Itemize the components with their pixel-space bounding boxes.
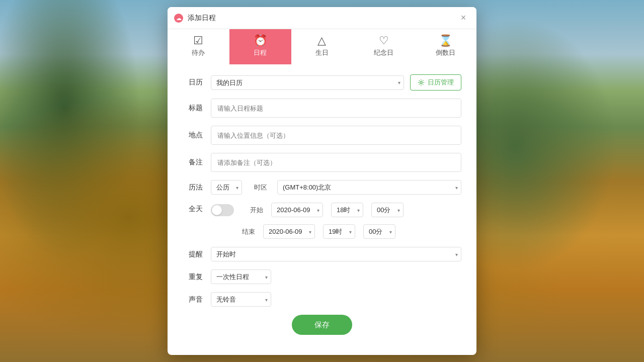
anniversary-icon: ♡ [379,35,389,46]
repeat-control: 一次性日程 每天 每周 每月 每年 [211,269,461,284]
add-schedule-dialog: ☁ 添加日程 × ☑ 待办 ⏰ 日程 △ 生日 ♡ 纪念日 [168,7,476,355]
repeat-row: 重复 一次性日程 每天 每周 每月 每年 [183,269,461,284]
tab-bar: ☑ 待办 ⏰ 日程 △ 生日 ♡ 纪念日 ⌛ 倒数日 [168,29,476,64]
notes-control [211,153,461,172]
allday-time-row: 全天 开始 2020-06-09 [183,203,461,239]
app-icon: ☁ [174,13,184,23]
allday-label: 全天 [183,203,203,214]
reminder-row: 提醒 开始时 5分钟前 10分钟前 15分钟前 30分钟前 1小时前 [183,247,461,261]
tab-todo[interactable]: ☑ 待办 [168,29,229,64]
timezone-label: 时区 [254,183,267,192]
timezone-select-wrap[interactable]: (GMT+8:00)北京 [277,180,461,195]
end-min-select[interactable]: 00分 15分30分45分 [363,224,395,239]
location-control [211,126,461,145]
tab-schedule-label: 日程 [254,48,267,57]
start-date-select-wrap[interactable]: 2020-06-09 [271,203,323,217]
calendar-row: 日历 我的日历 日历管理 [183,74,461,90]
end-label: 结束 [242,227,255,236]
end-date-select-wrap[interactable]: 2020-06-09 [263,224,315,239]
tab-birthday-label: 生日 [315,48,329,57]
notes-input[interactable] [211,153,461,172]
calendar-select[interactable]: 我的日历 [211,75,404,90]
sound-row: 声音 无铃音 默认 [183,292,461,307]
toggle-knob [212,205,222,215]
caltype-select-wrap[interactable]: 公历 农历 [211,180,242,195]
location-input[interactable] [211,126,461,145]
tab-todo-label: 待办 [192,48,205,57]
calendar-mgmt-label: 日历管理 [428,78,454,87]
tab-anniversary[interactable]: ♡ 纪念日 [353,29,415,64]
dialog-titlebar: ☁ 添加日程 × [168,7,476,29]
dialog-overlay: ☁ 添加日程 × ☑ 待办 ⏰ 日程 △ 生日 ♡ 纪念日 [0,0,644,362]
repeat-select[interactable]: 一次性日程 每天 每周 每月 每年 [211,269,271,284]
start-hour-select[interactable]: 18时 0时1时2时 3时4时5时 6时7时8时 9时10时11时 12时13时… [331,203,363,217]
notes-row: 备注 [183,153,461,172]
caltype-label: 历法 [183,183,203,192]
save-button[interactable]: 保存 [292,315,352,335]
schedule-icon: ⏰ [254,35,267,46]
allday-toggle[interactable] [211,204,234,216]
reminder-select[interactable]: 开始时 5分钟前 10分钟前 15分钟前 30分钟前 1小时前 [211,247,461,261]
title-input[interactable] [211,99,461,118]
reminder-control: 开始时 5分钟前 10分钟前 15分钟前 30分钟前 1小时前 [211,247,461,261]
location-label: 地点 [183,131,203,140]
start-min-select-wrap[interactable]: 00分 15分30分45分 [371,203,404,217]
timezone-select[interactable]: (GMT+8:00)北京 [277,180,461,195]
end-date-select[interactable]: 2020-06-09 [263,224,315,239]
calendar-control: 我的日历 日历管理 [211,74,461,90]
sound-label: 声音 [183,295,203,304]
gear-icon [418,79,425,86]
tab-schedule[interactable]: ⏰ 日程 [229,29,291,64]
sound-select[interactable]: 无铃音 默认 [211,292,271,307]
caltype-timezone-control: 公历 农历 时区 (GMT+8:00)北京 [211,180,461,195]
calendar-label: 日历 [183,78,203,87]
close-button[interactable]: × [456,11,470,25]
caltype-timezone-row: 历法 公历 农历 时区 (GMT+8:00)北京 [183,180,461,195]
title-control [211,99,461,118]
todo-icon: ☑ [193,35,203,46]
svg-text:☁: ☁ [176,15,182,21]
end-hour-select[interactable]: 19时 0时1时2时 18时20时21时 22时23时 [323,224,355,239]
calendar-select-wrap[interactable]: 我的日历 [211,75,404,90]
time-section: 开始 2020-06-09 18时 0时1时2时 3时4时5时 6时7时 [211,203,461,239]
svg-point-2 [420,81,422,83]
end-min-select-wrap[interactable]: 00分 15分30分45分 [363,224,395,239]
end-hour-select-wrap[interactable]: 19时 0时1时2时 18时20时21时 22时23时 [323,224,355,239]
caltype-select[interactable]: 公历 农历 [211,180,242,195]
tab-birthday[interactable]: △ 生日 [291,29,353,64]
calendar-management-button[interactable]: 日历管理 [410,74,461,90]
title-row: 标题 [183,99,461,118]
tab-anniversary-label: 纪念日 [374,48,393,57]
start-min-select[interactable]: 00分 15分30分45分 [371,203,404,217]
sound-select-wrap[interactable]: 无铃音 默认 [211,292,271,307]
start-label: 开始 [250,206,263,215]
title-label: 标题 [183,104,203,113]
start-hour-select-wrap[interactable]: 18时 0时1时2时 3时4时5时 6时7时8时 9时10时11时 12时13时… [331,203,363,217]
notes-label: 备注 [183,158,203,167]
repeat-select-wrap[interactable]: 一次性日程 每天 每周 每月 每年 [211,269,271,284]
reminder-select-wrap[interactable]: 开始时 5分钟前 10分钟前 15分钟前 30分钟前 1小时前 [211,247,461,261]
reminder-label: 提醒 [183,250,203,259]
start-date-select[interactable]: 2020-06-09 [271,203,323,217]
tab-countdown[interactable]: ⌛ 倒数日 [415,29,476,64]
location-row: 地点 [183,126,461,145]
tab-countdown-label: 倒数日 [436,48,455,57]
sound-control: 无铃音 默认 [211,292,461,307]
dialog-title: 添加日程 [188,14,456,23]
countdown-icon: ⌛ [439,35,452,46]
birthday-icon: △ [317,35,326,46]
repeat-label: 重复 [183,273,203,282]
form-body: 日历 我的日历 日历管理 [168,64,476,355]
